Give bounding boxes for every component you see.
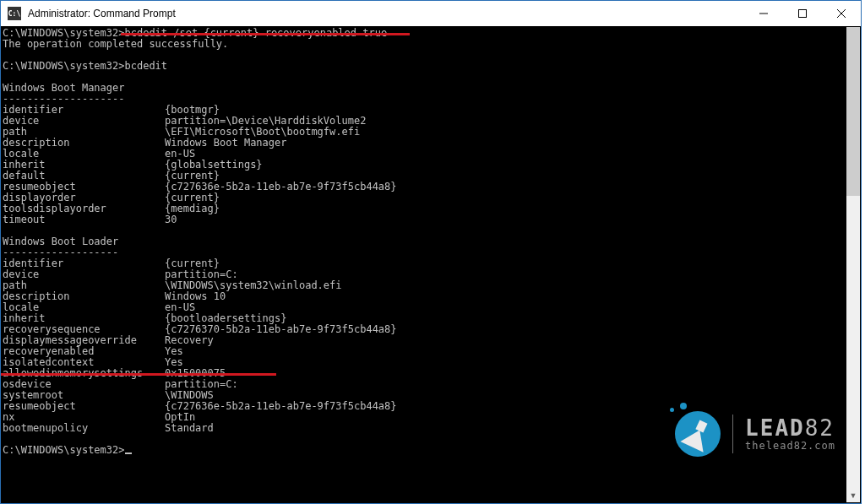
console-blank (3, 72, 857, 83)
section-title: Windows Boot Manager (3, 83, 857, 94)
kv-row: displaymessageoverrideRecovery (3, 335, 857, 346)
kv-row: path\EFI\Microsoft\Boot\bootmgfw.efi (3, 127, 857, 138)
section-rule: -------------------- (3, 94, 857, 105)
window-controls (744, 1, 861, 26)
kv-row: inherit{bootloadersettings} (3, 313, 857, 324)
kv-value: Standard (165, 423, 214, 434)
section-rule: ------------------- (3, 247, 857, 258)
text-cursor (125, 453, 132, 454)
maximize-button[interactable] (783, 1, 822, 26)
brand-text: LEAD82 thelead82.com (745, 417, 835, 452)
kv-row: recoveryenabledYes (3, 346, 857, 357)
kv-row: toolsdisplayorder{memdiag} (3, 203, 857, 214)
flask-logo-icon (675, 411, 721, 457)
kv-row: default{current} (3, 171, 857, 182)
titlebar[interactable]: C:\ Administrator: Command Prompt (1, 1, 861, 27)
scroll-down-button[interactable]: ▼ (846, 488, 860, 502)
kv-value: {c727636e-5b2a-11eb-ab7e-9f73f5cb44a8} (165, 401, 397, 412)
console-line: The operation completed successfully. (3, 39, 857, 50)
kv-row: identifier{current} (3, 258, 857, 269)
watermark: LEAD82 thelead82.com (675, 411, 835, 457)
separator (732, 415, 733, 453)
kv-row: localeen-US (3, 149, 857, 160)
kv-key: resumeobject (3, 401, 165, 412)
kv-row: identifier{bootmgr} (3, 105, 857, 116)
console-blank (3, 225, 857, 236)
svg-rect-0 (799, 10, 807, 18)
annotation-underline-2 (1, 373, 276, 376)
kv-row: resumeobject{c727636e-5b2a-11eb-ab7e-9f7… (3, 182, 857, 192)
kv-row: localeen-US (3, 302, 857, 313)
console-output[interactable]: C:\WINDOWS\system32>bcdedit /set {curren… (1, 26, 861, 503)
kv-row: devicepartition=C: (3, 269, 857, 280)
kv-row: path\WINDOWS\system32\winload.efi (3, 280, 857, 291)
kv-row: osdevicepartition=C: (3, 379, 857, 390)
vertical-scrollbar[interactable]: ▲ ▼ (846, 27, 860, 502)
kv-key: bootmenupolicy (3, 423, 165, 434)
kv-row: timeout30 (3, 214, 857, 225)
kv-value: 30 (165, 214, 177, 225)
kv-row: descriptionWindows Boot Manager (3, 138, 857, 149)
close-button[interactable] (822, 1, 861, 26)
annotation-underline-1 (121, 33, 410, 35)
window-title: Administrator: Command Prompt (28, 8, 176, 19)
kv-row: devicepartition=\Device\HarddiskVolume2 (3, 116, 857, 127)
kv-key: timeout (3, 214, 165, 225)
kv-row: descriptionWindows 10 (3, 291, 857, 302)
kv-row: systemroot\WINDOWS (3, 390, 857, 401)
console-line: C:\WINDOWS\system32>bcdedit (3, 61, 857, 72)
kv-row: inherit{globalsettings} (3, 160, 857, 171)
kv-row: displayorder{current} (3, 192, 857, 203)
cmd-window: C:\ Administrator: Command Prompt C:\WIN… (0, 0, 862, 504)
scrollbar-thumb[interactable] (846, 27, 860, 196)
section-title: Windows Boot Loader (3, 236, 857, 247)
cmd-icon: C:\ (8, 7, 21, 20)
minimize-button[interactable] (744, 1, 783, 26)
